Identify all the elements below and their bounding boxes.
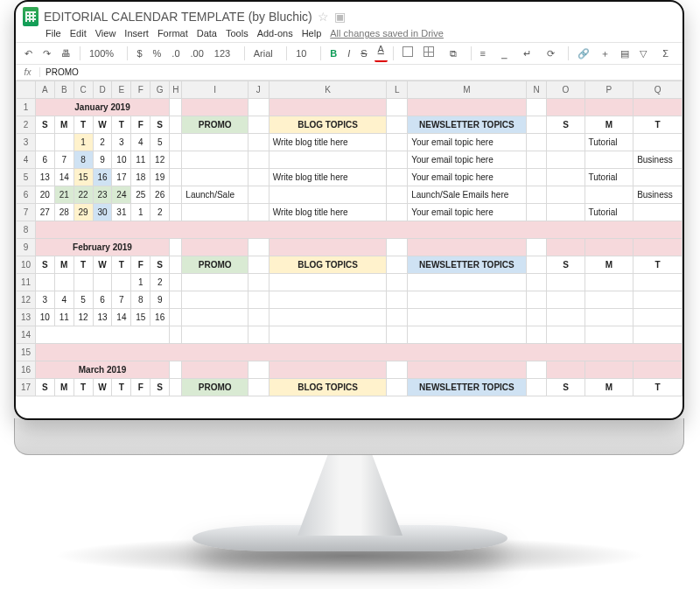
col-A[interactable]: A: [35, 81, 54, 99]
col-F[interactable]: F: [131, 81, 150, 99]
col-H[interactable]: H: [170, 81, 182, 99]
menu-help[interactable]: Help: [302, 28, 322, 39]
google-sheets-app: EDITORIAL CALENDAR TEMPLATE (by Bluchic)…: [16, 2, 682, 418]
col-D[interactable]: D: [93, 81, 112, 99]
col-G[interactable]: G: [150, 81, 170, 99]
font-select[interactable]: Arial: [250, 45, 282, 62]
col-J[interactable]: J: [248, 81, 270, 99]
link-button[interactable]: 🔗: [574, 45, 593, 62]
menu-view[interactable]: View: [95, 28, 116, 39]
menu-insert[interactable]: Insert: [124, 28, 149, 39]
borders-button[interactable]: [420, 45, 443, 62]
menu-addons[interactable]: Add-ons: [257, 28, 293, 39]
month-title-jan[interactable]: January 2019: [35, 99, 169, 116]
col-B[interactable]: B: [54, 81, 74, 99]
sheets-icon[interactable]: [23, 7, 38, 26]
print-button[interactable]: 🖶: [58, 45, 74, 62]
bold-button[interactable]: B: [326, 45, 340, 62]
menubar: File Edit View Insert Format Data Tools …: [16, 26, 682, 42]
menu-file[interactable]: File: [46, 28, 61, 39]
formula-bar: fx PROMO: [16, 65, 682, 81]
month-title-feb[interactable]: February 2019: [35, 239, 169, 256]
functions-button[interactable]: Σ: [659, 45, 677, 62]
wrap-button[interactable]: ↵: [520, 45, 540, 62]
col-K[interactable]: K: [269, 81, 387, 99]
col-E[interactable]: E: [112, 81, 131, 99]
menu-tools[interactable]: Tools: [226, 28, 248, 39]
folder-icon[interactable]: ▣: [334, 10, 346, 24]
strike-button[interactable]: S: [357, 45, 370, 62]
fx-value[interactable]: PROMO: [40, 67, 79, 77]
rotate-button[interactable]: ⟳: [543, 45, 564, 62]
col-I[interactable]: I: [182, 81, 248, 99]
col-Q[interactable]: Q: [634, 81, 682, 99]
fx-label: fx: [16, 67, 40, 77]
star-icon[interactable]: ☆: [318, 10, 329, 24]
row-1[interactable]: 1: [17, 99, 36, 116]
row-2[interactable]: 2: [17, 116, 36, 134]
comment-button[interactable]: ＋: [597, 45, 613, 62]
col-C[interactable]: C: [74, 81, 93, 99]
halign-button[interactable]: ≡: [477, 45, 494, 62]
col-L[interactable]: L: [387, 81, 408, 99]
decrease-decimal[interactable]: .0: [168, 45, 183, 62]
news-header[interactable]: NEWSLETTER TOPICS: [408, 116, 527, 134]
redo-button[interactable]: ↷: [39, 45, 54, 62]
number-format[interactable]: 123: [211, 45, 239, 62]
undo-button[interactable]: ↶: [21, 45, 36, 62]
fill-color-button[interactable]: [399, 45, 416, 62]
valign-button[interactable]: ⎯: [498, 45, 516, 62]
text-color-button[interactable]: A: [374, 45, 388, 62]
save-status: All changes saved in Drive: [330, 28, 444, 39]
menu-data[interactable]: Data: [197, 28, 217, 39]
month-title-mar[interactable]: March 2019: [35, 361, 169, 379]
format-currency[interactable]: $: [133, 45, 145, 62]
italic-button[interactable]: I: [344, 45, 354, 62]
menu-edit[interactable]: Edit: [70, 28, 87, 39]
col-M[interactable]: M: [408, 81, 527, 99]
monitor-frame: EDITORIAL CALENDAR TEMPLATE (by Bluchic)…: [14, 0, 684, 420]
titlebar: EDITORIAL CALENDAR TEMPLATE (by Bluchic)…: [16, 2, 682, 26]
toolbar: ↶ ↷ 🖶 100% $ % .0 .00 123 Arial 10 B I S…: [16, 42, 682, 65]
zoom-select[interactable]: 100%: [86, 45, 122, 62]
chart-button[interactable]: ▤: [617, 45, 633, 62]
spreadsheet-grid[interactable]: A B C D E F G H I J K L M N O P Q 1 Janu…: [16, 81, 682, 420]
document-title[interactable]: EDITORIAL CALENDAR TEMPLATE (by Bluchic): [44, 10, 312, 24]
col-N[interactable]: N: [526, 81, 547, 99]
blog-header[interactable]: BLOG TOPICS: [269, 116, 387, 134]
col-O[interactable]: O: [547, 81, 584, 99]
font-size[interactable]: 10: [292, 45, 315, 62]
menu-format[interactable]: Format: [158, 28, 188, 39]
format-percent[interactable]: %: [150, 45, 165, 62]
promo-header[interactable]: PROMO: [182, 116, 248, 134]
filter-button[interactable]: ▽: [636, 45, 655, 62]
merge-button[interactable]: ⧉: [446, 45, 466, 62]
increase-decimal[interactable]: .00: [187, 45, 207, 62]
col-header-row: A B C D E F G H I J K L M N O P Q: [17, 81, 682, 99]
col-P[interactable]: P: [584, 81, 634, 99]
